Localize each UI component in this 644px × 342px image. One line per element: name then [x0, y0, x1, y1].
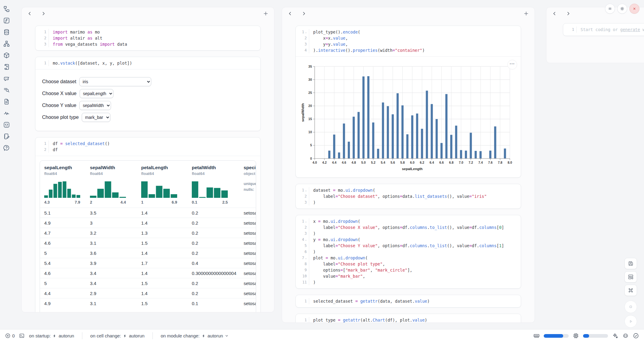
column-header[interactable]: speciesobjectuniquenulls:: [239, 161, 256, 208]
svg-text:5.4: 5.4: [381, 161, 385, 164]
table-row[interactable]: 4.931.40.2setosa: [40, 218, 256, 228]
code-editor[interactable]: 1plot_type = getattr(alt.Chart(df), plot…: [296, 314, 521, 323]
shutdown-button[interactable]: [629, 4, 639, 14]
chevron-right-icon[interactable]: [301, 11, 306, 16]
settings-button[interactable]: [617, 4, 627, 14]
table-row[interactable]: 53.61.40.2setosa: [40, 248, 256, 258]
cpu-usage[interactable]: [573, 333, 579, 339]
column-header[interactable]: sepalWidthfloat6424.4: [86, 161, 137, 208]
stop-button[interactable]: [624, 301, 637, 313]
chevron-left-icon[interactable]: [552, 11, 557, 16]
fold-icon[interactable]: ⌄: [305, 255, 307, 261]
column-header[interactable]: petalLengthfloat6416.9: [137, 161, 188, 208]
terminal-button[interactable]: [19, 333, 25, 339]
layout-button[interactable]: [624, 271, 637, 283]
code-editor[interactable]: 1import marimo as mo2import altair as al…: [35, 26, 260, 50]
add-column-button[interactable]: [263, 11, 269, 16]
menu-button[interactable]: [605, 4, 615, 14]
notebook-cell[interactable]: 1df = selected_dataset()2dfsepalLengthfl…: [35, 137, 261, 312]
code-editor[interactable]: 1df = selected_dataset()2df: [35, 137, 260, 156]
sidebar-scratchpad-button[interactable]: [2, 132, 10, 140]
notebook-cell[interactable]: 1mo.vstack([dataset, x, y, plot])Choose …: [35, 57, 261, 131]
keyboard-shortcuts-button[interactable]: [624, 285, 637, 296]
errors-indicator[interactable]: 0: [5, 333, 15, 339]
code-editor[interactable]: 1⌄x = mo.ui.dropdown(2 label="Choose X v…: [296, 215, 521, 288]
table-cell: setosa: [239, 278, 256, 288]
sidebar-documentation-button[interactable]: [2, 98, 10, 105]
save-button[interactable]: [624, 258, 637, 269]
column-header[interactable]: sepalLengthfloat644.37.9: [40, 161, 86, 208]
code-editor[interactable]: 1⌄plot_type().encode(2 x=x.value,3 y=y.v…: [296, 26, 521, 56]
sidebar-function-cells-button[interactable]: [2, 16, 10, 24]
svg-text:7.2: 7.2: [469, 161, 473, 164]
table-row[interactable]: 4.93.11.50.1setosa: [40, 298, 256, 308]
choose-y-value-select[interactable]: sepalWidth: [79, 101, 111, 110]
svg-text:6.0: 6.0: [410, 161, 415, 164]
fold-icon[interactable]: ⌄: [305, 218, 307, 224]
sidebar-snippets-button[interactable]: [2, 121, 10, 129]
table-row[interactable]: 4.42.91.40.2setosa: [40, 288, 256, 298]
code-editor[interactable]: 1selected_dataset = getattr(data, datase…: [296, 295, 521, 307]
runtime-on-module-change[interactable]: on module change: autorun: [161, 333, 229, 338]
next-page-button[interactable]: ›: [200, 312, 209, 313]
connection-status[interactable]: [633, 333, 639, 339]
table-row[interactable]: 5.13.51.40.2setosa: [40, 208, 256, 218]
table-cell: 0.2: [188, 238, 239, 248]
notebook-cell[interactable]: 1selected_dataset = getattr(data, datase…: [295, 295, 521, 308]
ai-assist-button[interactable]: [612, 333, 618, 339]
sidebar-tracing-button[interactable]: [2, 109, 10, 117]
table-row[interactable]: 4.63.11.50.2setosa: [40, 238, 256, 248]
dropdown-row: Choose datasetiris: [42, 77, 254, 86]
first-page-button[interactable]: «: [139, 312, 148, 313]
notebook-cell[interactable]: 1⌄x = mo.ui.dropdown(2 label="Choose X v…: [295, 215, 521, 289]
choose-dataset-select[interactable]: iris: [79, 77, 151, 86]
sidebar-dependency-graph-button[interactable]: [2, 40, 10, 48]
sidebar-file-explorer-button[interactable]: [2, 5, 10, 13]
table-row[interactable]: 4.73.21.30.2setosa: [40, 228, 256, 238]
fold-icon[interactable]: ⌄: [305, 237, 307, 243]
memory-usage[interactable]: [533, 333, 540, 339]
chevron-left-icon[interactable]: [27, 11, 32, 16]
copilot-button[interactable]: [622, 333, 629, 339]
sidebar-logs-button[interactable]: [2, 63, 10, 71]
table-cell: 0.2: [188, 278, 239, 288]
choose-plot-type-select[interactable]: mark_bar: [82, 113, 110, 122]
notebook-cell[interactable]: 1import marimo as mo2import altair as al…: [35, 26, 261, 51]
column-header[interactable]: petalWidthfloat640.12.5: [188, 161, 239, 208]
sidebar-help-button[interactable]: [2, 144, 10, 152]
sidebar-variables-search-button[interactable]: [2, 86, 10, 94]
sidebar-packages-button[interactable]: [2, 51, 10, 59]
chevron-left-icon[interactable]: [288, 11, 293, 16]
notebook-cell[interactable]: 1Start coding or generate with AI: [563, 23, 644, 36]
notebook-cell[interactable]: 1⌄plot_type().encode(2 x=x.value,3 y=y.v…: [295, 26, 521, 178]
line-number: 8: [296, 261, 309, 267]
prev-page-button[interactable]: ‹: [151, 312, 160, 313]
table-row[interactable]: 4.63.41.40.3000000000000004setosa: [40, 268, 256, 278]
fold-icon[interactable]: ⌄: [305, 29, 307, 35]
chevron-right-icon[interactable]: [41, 11, 46, 16]
table-cell: 1.5: [137, 238, 188, 248]
runtime-on-startup[interactable]: on startup: autorun: [29, 333, 74, 338]
table-cell: 4.9: [40, 218, 86, 228]
table-row[interactable]: 5.43.91.70.4setosa: [40, 258, 256, 268]
code-editor[interactable]: 1⌄dataset = mo.ui.dropdown(2 label="Choo…: [296, 184, 521, 208]
line-number: 11: [296, 279, 309, 285]
sidebar-ai-chat-button[interactable]: [2, 74, 10, 82]
add-column-button[interactable]: [523, 11, 529, 16]
table-cell: 4.6: [40, 268, 86, 278]
sidebar-datasources-button[interactable]: [2, 28, 10, 36]
last-page-button[interactable]: »: [212, 312, 221, 313]
notebook-column-3: 1Start coding or generate with AI: [546, 7, 644, 63]
notebook-cell[interactable]: 1plot_type = getattr(alt.Chart(df), plot…: [295, 314, 521, 323]
code-editor[interactable]: 1Start coding or generate with AI: [563, 23, 644, 36]
chevron-right-icon[interactable]: [566, 11, 571, 16]
chart-menu-button[interactable]: •••: [507, 60, 517, 69]
fold-icon[interactable]: ⌄: [305, 187, 307, 193]
runtime-on-cell-change[interactable]: on cell change: autorun: [90, 333, 145, 338]
notebook-cell[interactable]: 1⌄dataset = mo.ui.dropdown(2 label="Choo…: [295, 184, 521, 209]
choose-x-value-select[interactable]: sepalLength: [80, 89, 113, 98]
save-icon: [628, 260, 634, 267]
code-editor[interactable]: 1mo.vstack([dataset, x, y, plot]): [35, 57, 260, 69]
run-button[interactable]: [624, 315, 637, 328]
table-row[interactable]: 53.41.50.2setosa: [40, 278, 256, 288]
